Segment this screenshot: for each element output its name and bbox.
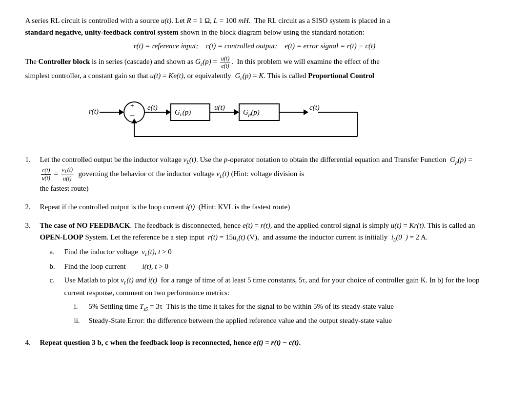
question-3: 3. The case of NO FEEDBACK. The feedback… — [25, 220, 484, 330]
q3-sub-a: a. Find the inductor voltage vL(t), t > … — [50, 246, 484, 259]
q3-sub-list: a. Find the inductor voltage vL(t), t > … — [40, 246, 484, 328]
q3-i-text: 5% Settling time Ts5 = 3τ This is the ti… — [89, 300, 394, 313]
q2-num: 2. — [25, 201, 36, 213]
question-1: 1. Let the controlled output be the indu… — [25, 154, 484, 194]
q3-sub-c-i: i. 5% Settling time Ts5 = 3τ This is the… — [74, 300, 484, 313]
q4-num: 4. — [25, 337, 36, 348]
block-diagram-svg: r(t) + − e(t) Gc(p) u(t) Gp(p) — [84, 85, 426, 149]
svg-marker-17 — [304, 109, 308, 115]
q2-content: Repeat if the controlled output is the l… — [40, 201, 484, 213]
q3-num: 3. — [25, 220, 36, 330]
q3-sub-c-ii: ii. Steady-State Error: the difference b… — [74, 315, 484, 326]
q3-a-text: Find the inductor voltage vL(t), t > 0 — [64, 246, 172, 259]
svg-text:c(t): c(t) — [309, 103, 320, 112]
q3-roman-i: i. — [74, 300, 85, 313]
q3-open-loop-bold: OPEN-LOOP — [40, 233, 83, 241]
svg-marker-2 — [119, 109, 124, 115]
q1-content: Let the controlled output be the inducto… — [40, 154, 484, 194]
q3-b-letter: b. — [50, 260, 61, 272]
controller-block-bold: Controller block — [39, 58, 90, 65]
svg-text:e(t): e(t) — [147, 103, 158, 112]
q3-sub-c: c. Use Matlab to plot vL(t) and i(t) for… — [50, 274, 484, 328]
q3-ii-text: Steady-State Error: the difference betwe… — [89, 315, 392, 326]
svg-text:Gc(p): Gc(p) — [175, 108, 191, 117]
svg-text:+: + — [130, 102, 134, 109]
q4-content: Repeat question 3 b, c when the feedback… — [40, 337, 484, 348]
q3-a-letter: a. — [50, 246, 61, 259]
q3-sub-b: b. Find the loop current i(t), t > 0 — [50, 260, 484, 272]
definitions-line: r(t) = reference input; c(t) = controlle… — [25, 42, 484, 50]
q3-sub-sub-list: i. 5% Settling time Ts5 = 3τ This is the… — [64, 300, 484, 326]
question-2: 2. Repeat if the controlled output is th… — [25, 201, 484, 213]
q3-bold-no-feedback: The case of NO FEEDBACK — [40, 221, 130, 229]
q3-c-text: Use Matlab to plot vL(t) and i(t) for a … — [64, 274, 484, 328]
question-4: 4. Repeat question 3 b, c when the feedb… — [25, 337, 484, 348]
intro-paragraph: A series RL circuit is controlled with a… — [25, 15, 484, 38]
q1-num: 1. — [25, 154, 36, 194]
block-diagram: r(t) + − e(t) Gc(p) u(t) Gp(p) — [84, 85, 426, 149]
svg-marker-8 — [166, 109, 171, 115]
svg-text:Gp(p): Gp(p) — [243, 108, 260, 117]
q3-b-text: Find the loop current i(t), t > 0 — [64, 260, 168, 272]
content-area: A series RL circuit is controlled with a… — [25, 15, 484, 348]
q3-content: The case of NO FEEDBACK. The feedback is… — [40, 220, 484, 330]
svg-marker-13 — [234, 109, 239, 115]
svg-text:r(t): r(t) — [89, 107, 99, 116]
q4-bold-text: Repeat question 3 b, c when the feedback… — [40, 339, 301, 346]
svg-text:u(t): u(t) — [214, 103, 225, 112]
questions-list: 1. Let the controlled output be the indu… — [25, 154, 484, 348]
proportional-control-bold: Proportional Control — [308, 72, 374, 80]
controller-paragraph: The Controller block is in series (casca… — [25, 55, 484, 82]
bold-standard-feedback: standard negative, unity-feedback contro… — [25, 28, 179, 36]
q3-roman-ii: ii. — [74, 315, 85, 326]
q3-c-letter: c. — [50, 274, 61, 328]
